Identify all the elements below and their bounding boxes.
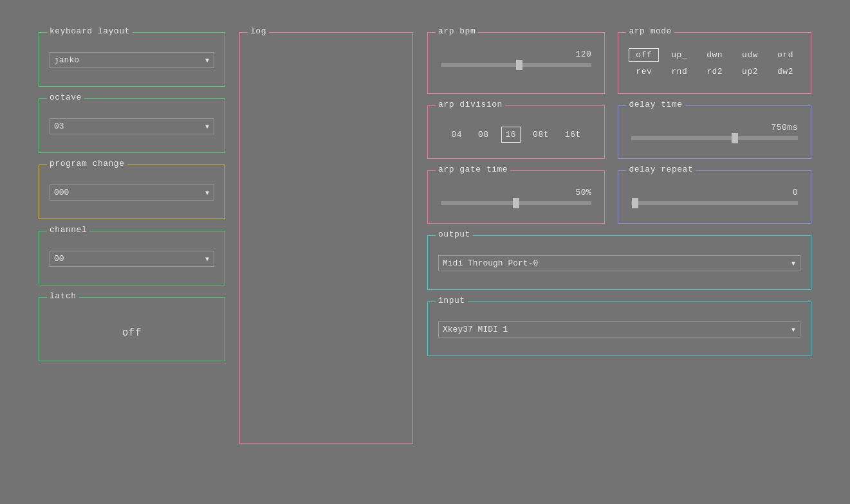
- output-select-wrapper: Midi Through Port-0 MIDI OUT 1 MIDI OUT …: [438, 255, 800, 271]
- right-top-row: arp bpm 120 arp mode off up_ dwn udw: [427, 32, 811, 105]
- octave-select[interactable]: 00 01 02 03 04 05: [50, 118, 214, 134]
- left-column: keyboard layout janko standard chromatic…: [39, 32, 225, 373]
- arp-bpm-slider-container: 120: [438, 44, 594, 75]
- input-panel: input Xkey37 MIDI 1 MIDI IN 1 MIDI IN 2: [427, 302, 811, 356]
- output-panel: output Midi Through Port-0 MIDI OUT 1 MI…: [427, 235, 811, 290]
- delay-time-thumb[interactable]: [732, 133, 738, 143]
- arp-mode-dw2-button[interactable]: dw2: [770, 66, 800, 78]
- arp-mode-panel: arp mode off up_ dwn udw ord rev rnd rd2…: [618, 32, 811, 94]
- arp-bpm-panel: arp bpm 120: [427, 32, 605, 94]
- input-select[interactable]: Xkey37 MIDI 1 MIDI IN 1 MIDI IN 2: [438, 321, 800, 338]
- keyboard-layout-panel: keyboard layout janko standard chromatic: [39, 32, 225, 87]
- arp-mode-up-button[interactable]: up_: [664, 48, 694, 62]
- arp-division-panel: arp division 04 08 16 08t 16t: [427, 105, 605, 159]
- program-change-panel: program change 000 001 002 003: [39, 165, 225, 219]
- keyboard-layout-select-wrapper: janko standard chromatic: [50, 52, 214, 68]
- log-panel: log: [239, 32, 413, 444]
- program-change-select-wrapper: 000 001 002 003: [50, 184, 214, 201]
- latch-panel: latch off: [39, 297, 225, 361]
- output-label: output: [436, 230, 473, 239]
- channel-select-wrapper: 00 01 02 03 04: [50, 251, 214, 267]
- input-select-wrapper: Xkey37 MIDI 1 MIDI IN 1 MIDI IN 2: [438, 321, 800, 338]
- arp-div-08-button[interactable]: 08: [474, 127, 493, 142]
- input-label: input: [436, 296, 468, 305]
- arp-mode-rd2-button[interactable]: rd2: [699, 66, 730, 78]
- right-lower-mid-row: arp gate time 50% delay repeat 0: [427, 170, 811, 235]
- arp-mode-ord-button[interactable]: ord: [770, 48, 800, 62]
- arp-bpm-value: 120: [575, 50, 591, 59]
- arp-bpm-label: arp bpm: [436, 26, 478, 36]
- channel-label: channel: [47, 225, 89, 235]
- right-column: arp bpm 120 arp mode off up_ dwn udw: [427, 32, 811, 368]
- arp-gate-time-slider[interactable]: [441, 201, 591, 205]
- octave-panel: octave 00 01 02 03 04 05: [39, 98, 225, 153]
- arp-mode-off-button[interactable]: off: [629, 48, 659, 62]
- delay-repeat-panel: delay repeat 0: [618, 170, 811, 224]
- log-label: log: [248, 26, 269, 36]
- arp-div-08t-button[interactable]: 08t: [529, 127, 553, 142]
- arp-mode-rev-button[interactable]: rev: [629, 66, 659, 78]
- delay-repeat-label: delay repeat: [626, 165, 696, 174]
- arp-mode-rnd-button[interactable]: rnd: [664, 66, 694, 78]
- channel-panel: channel 00 01 02 03 04: [39, 231, 225, 285]
- arp-division-label: arp division: [436, 100, 505, 109]
- delay-repeat-thumb[interactable]: [632, 198, 638, 208]
- arp-gate-time-label: arp gate time: [436, 165, 510, 174]
- delay-repeat-slider-container: 0: [629, 183, 800, 213]
- delay-time-value: 750ms: [771, 123, 798, 132]
- channel-select[interactable]: 00 01 02 03 04: [50, 251, 214, 267]
- right-mid-row: arp division 04 08 16 08t 16t delay time…: [427, 105, 811, 170]
- delay-time-slider-container: 750ms: [629, 118, 800, 148]
- delay-repeat-slider[interactable]: [631, 201, 798, 205]
- log-column: log: [239, 32, 413, 444]
- arp-div-16t-button[interactable]: 16t: [561, 127, 585, 142]
- arp-bpm-slider[interactable]: [441, 63, 591, 67]
- delay-time-label: delay time: [626, 100, 685, 109]
- arp-div-16-button[interactable]: 16: [501, 127, 521, 143]
- arp-mode-grid: off up_ dwn udw ord rev rnd rd2 up2 dw2: [629, 48, 800, 78]
- arp-mode-label: arp mode: [626, 26, 674, 36]
- keyboard-layout-label: keyboard layout: [47, 26, 133, 36]
- delay-repeat-value: 0: [793, 188, 798, 197]
- delay-time-slider[interactable]: [631, 136, 798, 140]
- arp-mode-up2-button[interactable]: up2: [735, 66, 765, 78]
- latch-off-button[interactable]: off: [50, 309, 214, 350]
- arp-bpm-thumb[interactable]: [516, 60, 522, 70]
- arp-gate-time-thumb[interactable]: [513, 198, 519, 208]
- arp-division-row: 04 08 16 08t 16t: [438, 118, 594, 148]
- keyboard-layout-select[interactable]: janko standard chromatic: [50, 52, 214, 68]
- arp-div-04-button[interactable]: 04: [447, 127, 466, 142]
- arp-gate-time-panel: arp gate time 50%: [427, 170, 605, 224]
- program-change-select[interactable]: 000 001 002 003: [50, 184, 214, 201]
- arp-mode-udw-button[interactable]: udw: [735, 48, 765, 62]
- arp-gate-time-slider-container: 50%: [438, 183, 594, 213]
- delay-time-panel: delay time 750ms: [618, 105, 811, 159]
- arp-mode-dwn-button[interactable]: dwn: [699, 48, 730, 62]
- arp-gate-time-value: 50%: [575, 188, 591, 197]
- latch-label: latch: [47, 291, 79, 301]
- program-change-label: program change: [47, 159, 127, 168]
- octave-label: octave: [47, 93, 84, 102]
- octave-select-wrapper: 00 01 02 03 04 05: [50, 118, 214, 134]
- output-select[interactable]: Midi Through Port-0 MIDI OUT 1 MIDI OUT …: [438, 255, 800, 271]
